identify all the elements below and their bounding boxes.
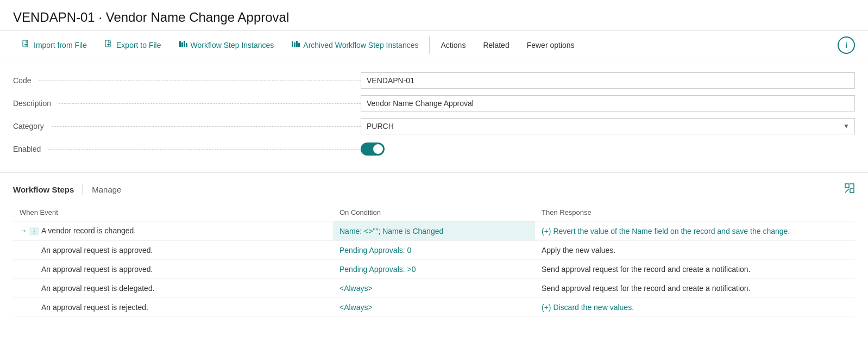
when-event-text: An approval request is approved. [41, 265, 153, 274]
page-title: VENDAPN-01 · Vendor Name Change Approval [0, 0, 868, 31]
response-text: Send approval request for the record and… [542, 265, 750, 274]
description-row: Description [13, 93, 855, 114]
response-text[interactable]: (+) Revert the value of the Name field o… [542, 227, 790, 236]
archived-workflow-step-instances-button[interactable]: Archived Workflow Step Instances [282, 31, 427, 59]
workflow-steps-header: Workflow Steps Manage [0, 172, 868, 199]
workflow-steps-tabs: Workflow Steps Manage [13, 181, 121, 199]
category-field: PURCH ▼ [361, 118, 855, 134]
workflow-steps-icon [179, 40, 187, 51]
info-button[interactable]: i [838, 36, 855, 54]
response-text: Apply the new values. [542, 246, 615, 255]
toolbar-separator [429, 36, 430, 54]
code-label: Code [13, 76, 361, 85]
export-label: Export to File [116, 41, 161, 49]
table-row: An approval request is approved.Pending … [13, 260, 855, 279]
enabled-label: Enabled [13, 145, 361, 153]
condition-text[interactable]: Pending Approvals: >0 [339, 265, 416, 274]
col-on-condition: On Condition [333, 204, 535, 221]
code-row: Code [13, 70, 855, 91]
col-then-response: Then Response [535, 204, 855, 221]
category-row: Category PURCH ▼ [13, 116, 855, 137]
import-from-file-button[interactable]: Import from File [13, 31, 96, 59]
export-to-file-button[interactable]: Export to File [96, 31, 169, 59]
condition-text[interactable]: <Always> [339, 284, 373, 293]
svg-rect-1 [105, 40, 110, 47]
info-icon: i [845, 41, 847, 49]
category-select[interactable]: PURCH [361, 118, 855, 134]
drag-handle-icon[interactable]: ⋮ [29, 227, 39, 236]
related-button[interactable]: Related [474, 31, 518, 59]
export-icon [104, 40, 113, 51]
svg-rect-6 [292, 41, 293, 47]
when-event-text: An approval request is rejected. [41, 303, 148, 312]
related-label: Related [483, 41, 509, 49]
workflow-table: When Event On Condition Then Response → … [13, 204, 855, 317]
expand-icon[interactable] [844, 183, 855, 196]
table-header-row: When Event On Condition Then Response [13, 204, 855, 221]
category-select-wrapper: PURCH ▼ [361, 118, 855, 134]
svg-rect-4 [184, 41, 185, 47]
archived-icon [291, 40, 300, 51]
manage-tab[interactable]: Manage [92, 181, 121, 199]
archived-label: Archived Workflow Step Instances [303, 41, 418, 49]
condition-text[interactable]: Name: <>""; Name is Changed [339, 227, 443, 236]
description-label: Description [13, 99, 361, 108]
toolbar: Import from File Export to File Workflow… [0, 31, 868, 59]
import-icon [22, 40, 30, 51]
table-row: An approval request is rejected.<Always>… [13, 298, 855, 317]
svg-rect-11 [850, 189, 854, 193]
col-when-event: When Event [13, 204, 333, 221]
enabled-row: Enabled [13, 139, 855, 159]
when-event-text: An approval request is delegated. [41, 284, 155, 293]
workflow-steps-label: Workflow Step Instances [191, 41, 274, 49]
svg-rect-8 [296, 41, 298, 47]
fewer-options-button[interactable]: Fewer options [518, 31, 583, 59]
svg-rect-2 [179, 41, 181, 47]
code-input[interactable] [361, 72, 855, 89]
table-row: → ⋮A vendor record is changed.Name: <>""… [13, 221, 855, 241]
enabled-toggle[interactable] [361, 143, 385, 156]
svg-rect-3 [181, 42, 183, 47]
description-input[interactable] [361, 95, 855, 112]
table-section: When Event On Condition Then Response → … [0, 199, 868, 317]
condition-text[interactable]: Pending Approvals: 0 [339, 246, 411, 255]
workflow-steps-tab[interactable]: Workflow Steps [13, 181, 74, 199]
response-text[interactable]: (+) Discard the new values. [542, 303, 634, 312]
table-row: An approval request is delegated.<Always… [13, 279, 855, 298]
tab-separator [83, 184, 83, 195]
table-row: An approval request is approved.Pending … [13, 241, 855, 260]
description-field [361, 95, 855, 112]
actions-label: Actions [441, 41, 466, 49]
enabled-field [361, 143, 855, 156]
import-label: Import from File [34, 41, 87, 49]
workflow-step-instances-button[interactable]: Workflow Step Instances [170, 31, 283, 59]
code-field [361, 72, 855, 89]
svg-rect-9 [298, 43, 300, 47]
toggle-thumb [373, 144, 383, 154]
category-label: Category [13, 122, 361, 131]
svg-rect-10 [845, 184, 849, 188]
when-event-text: A vendor record is changed. [41, 226, 136, 235]
condition-text[interactable]: <Always> [339, 303, 373, 312]
when-event-text: An approval request is approved. [41, 246, 153, 255]
row-arrow-icon: → [20, 226, 29, 235]
svg-rect-5 [186, 43, 187, 47]
toggle-container [361, 143, 855, 156]
svg-rect-0 [23, 40, 28, 47]
svg-rect-7 [294, 42, 295, 47]
fewer-options-label: Fewer options [527, 41, 575, 49]
actions-button[interactable]: Actions [432, 31, 474, 59]
form-section: Code Description Category PURCH ▼ Enable… [0, 59, 868, 167]
response-text: Send approval request for the record and… [542, 284, 750, 293]
